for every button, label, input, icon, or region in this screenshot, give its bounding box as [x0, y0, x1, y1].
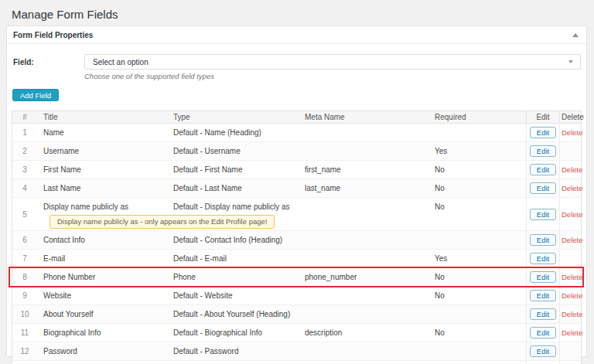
field-select[interactable]: Select an option — [84, 54, 581, 70]
edit-button[interactable]: Edit — [530, 234, 556, 246]
field-type-cell: Default - Last Name — [167, 184, 299, 192]
field-select-row: Field: Select an option Choose one of th… — [7, 44, 586, 80]
field-meta-cell: first_name — [299, 165, 428, 174]
table-row: 6 Contact Info Default - Contact Info (H… — [12, 230, 581, 249]
edit-cell: Edit — [526, 124, 560, 141]
table-header-row: # Title Type Meta Name Required Edit Del… — [12, 111, 581, 124]
field-type-cell: Default - Website — [167, 291, 299, 300]
manage-form-fields-page: Manage Form Fields Form Field Properties… — [0, 0, 594, 364]
row-number: 10 — [12, 310, 37, 318]
row-number: 4 — [12, 184, 37, 192]
table-row: 9 Website Default - Website No Edit Dele… — [12, 286, 581, 304]
edit-cell: Edit — [526, 361, 560, 364]
caret-up-icon[interactable] — [572, 33, 579, 37]
edit-cell: Edit — [526, 305, 560, 323]
delete-cell: Delete — [560, 165, 584, 174]
table-row: 13 Repeat Password Default - Repeat Pass… — [12, 360, 581, 364]
edit-cell: Edit — [526, 231, 560, 249]
column-header-delete: Delete — [560, 113, 585, 121]
page-title: Manage Form Fields — [0, 0, 594, 21]
edit-cell: Edit — [526, 287, 560, 304]
delete-cell: Delete — [560, 273, 584, 281]
field-title-cell: Website — [37, 291, 167, 300]
column-header-meta-name: Meta Name — [299, 113, 428, 121]
field-required-cell: No — [428, 273, 526, 281]
delete-link[interactable]: Delete — [562, 165, 582, 174]
edit-button[interactable]: Edit — [530, 253, 556, 264]
field-required-cell: No — [428, 328, 526, 337]
delete-cell: Delete — [560, 291, 584, 300]
delete-link[interactable]: Delete — [562, 291, 582, 300]
edit-button[interactable]: Edit — [530, 271, 556, 283]
delete-cell: Delete — [560, 184, 584, 192]
delete-link[interactable]: Delete — [562, 210, 582, 219]
table-row: 11 Biographical Info Default - Biographi… — [12, 323, 581, 342]
field-select-value: Select an option — [93, 58, 148, 66]
field-title-cell: Password — [37, 347, 167, 355]
field-meta-cell: description — [299, 328, 428, 337]
panel-title: Form Field Properties — [13, 31, 93, 39]
field-type-cell: Default - About Yourself (Heading) — [167, 310, 299, 318]
table-row: 5 Display name publicly as Default - Dis… — [12, 197, 581, 230]
table-row: 3 First Name Default - First Name first_… — [12, 160, 581, 179]
field-required-cell: No — [428, 184, 526, 192]
edit-button[interactable]: Edit — [530, 164, 556, 175]
field-type-cell: Phone — [167, 273, 299, 281]
edit-cell: Edit — [526, 268, 560, 286]
delete-cell: Delete — [560, 310, 584, 318]
edit-button[interactable]: Edit — [530, 182, 556, 194]
edit-button[interactable]: Edit — [530, 290, 556, 301]
table-row: 1 Name Default - Name (Heading) Edit Del… — [12, 124, 581, 141]
edit-cell: Edit — [526, 142, 560, 160]
edit-cell: Edit — [526, 198, 560, 230]
field-type-cell: Default - Biographical Info — [167, 328, 299, 337]
delete-link[interactable]: Delete — [562, 184, 582, 192]
field-title-cell: Biographical Info — [37, 328, 167, 337]
delete-link[interactable]: Delete — [562, 310, 582, 318]
delete-link[interactable]: Delete — [562, 236, 582, 244]
column-header-required: Required — [428, 113, 526, 121]
field-title-cell: Display name publicly as — [37, 198, 167, 211]
edit-button[interactable]: Edit — [530, 145, 556, 157]
field-type-cell: Default - Contact Info (Heading) — [167, 236, 299, 244]
column-header-type: Type — [167, 113, 299, 121]
field-title-cell: Name — [37, 128, 167, 137]
edit-button[interactable]: Edit — [530, 308, 556, 320]
row-number: 5 — [12, 210, 37, 219]
panel-header: Form Field Properties — [7, 26, 586, 44]
row-number: 11 — [12, 328, 37, 337]
column-header-title: Title — [37, 113, 167, 121]
row-number: 3 — [12, 165, 37, 174]
delete-cell: Delete — [560, 236, 584, 244]
delete-link[interactable]: Delete — [562, 328, 582, 337]
edit-cell: Edit — [526, 179, 560, 197]
edit-button[interactable]: Edit — [530, 345, 556, 357]
field-title-cell: Username — [37, 147, 167, 155]
delete-link[interactable]: Delete — [562, 273, 582, 281]
edit-cell: Edit — [526, 342, 560, 360]
table-row: 7 E-mail Default - E-mail Yes Edit — [12, 249, 581, 267]
edit-button[interactable]: Edit — [530, 127, 556, 138]
row-number: 9 — [12, 291, 37, 300]
edit-button[interactable]: Edit — [530, 327, 556, 338]
field-type-cell: Default - Username — [167, 147, 299, 155]
table-row: 10 About Yourself Default - About Yourse… — [12, 304, 581, 323]
field-title-cell: Phone Number — [37, 273, 167, 281]
delete-cell: Delete — [560, 210, 584, 219]
field-label: Field: — [13, 54, 84, 80]
edit-button[interactable]: Edit — [530, 209, 556, 220]
delete-link[interactable]: Delete — [562, 128, 582, 137]
delete-cell: Delete — [560, 328, 584, 337]
field-meta-cell: phone_number — [299, 273, 428, 281]
row-number: 1 — [12, 128, 37, 137]
field-type-cell: Default - First Name — [167, 165, 299, 174]
field-type-cell: Default - Display name publicly as — [167, 198, 299, 211]
field-required-cell: Yes — [428, 147, 526, 155]
field-required-cell: No — [428, 198, 526, 211]
field-select-wrap: Select an option Choose one of the suppo… — [84, 54, 581, 80]
field-required-cell: No — [428, 291, 526, 300]
delete-cell: Delete — [560, 128, 584, 137]
field-meta-cell: last_name — [299, 184, 428, 192]
add-field-button[interactable]: Add Field — [12, 89, 59, 101]
field-title-cell: E-mail — [37, 254, 167, 263]
